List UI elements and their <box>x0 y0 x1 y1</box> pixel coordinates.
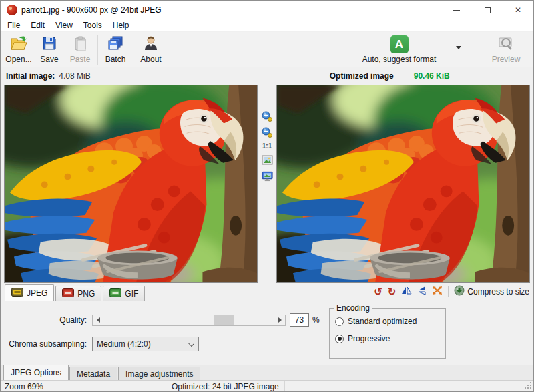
tab-gif-label: GIF <box>125 289 138 299</box>
window-title: parrot1.jpg - 900x600 px @ 24bit JPEG <box>21 5 162 15</box>
resize-icon[interactable] <box>432 286 443 297</box>
zoom-one-to-one-button[interactable]: 1:1 <box>262 142 272 150</box>
jpeg-options-panel: Quality: 73 % Chroma subsampling: Medium… <box>1 301 533 365</box>
compress-to-size-button[interactable]: Compress to size <box>454 285 529 298</box>
window-controls: ✕ <box>441 1 533 19</box>
save-floppy-icon <box>41 35 57 53</box>
compress-icon <box>454 285 465 298</box>
rotate-left-icon[interactable]: ↺ <box>374 286 382 297</box>
format-tab-bar: JPEG PNG GIF ↺ <box>1 284 533 301</box>
initial-image-size: 4.08 MiB <box>59 71 90 81</box>
chroma-subsampling-label: Chroma subsampling: <box>1 339 92 349</box>
tab-metadata-label: Metadata <box>77 369 110 379</box>
tab-image-adjustments[interactable]: Image adjustments <box>118 367 200 380</box>
resize-grip[interactable] <box>524 381 533 392</box>
toolbar-right-group: A Auto, suggest format Preview <box>356 34 529 66</box>
flip-vertical-icon[interactable] <box>417 286 427 297</box>
auto-suggest-format-button[interactable]: A Auto, suggest format <box>356 34 443 66</box>
app-window: parrot1.jpg - 900x600 px @ 24bit JPEG ✕ … <box>0 0 534 392</box>
menu-help[interactable]: Help <box>107 19 135 31</box>
progressive-label: Progressive <box>348 334 390 343</box>
close-button[interactable]: ✕ <box>503 1 533 19</box>
zoom-out-icon[interactable] <box>262 126 273 138</box>
save-label: Save <box>40 55 58 64</box>
optimized-image-size: 90.46 KiB <box>414 71 450 81</box>
about-label: About <box>140 55 161 64</box>
chroma-selected-value: Medium (4:2:0) <box>97 339 151 349</box>
encoding-legend: Encoding <box>334 303 372 313</box>
status-bar: Zoom 69% Optimized: 24 bit JPEG image <box>1 380 533 392</box>
initial-image-preview[interactable] <box>4 85 258 283</box>
gif-file-icon <box>109 288 121 299</box>
optimized-image-label: Optimized image <box>330 71 394 81</box>
optimized-image-preview[interactable] <box>276 85 530 283</box>
image-size-labels: Initial image: 4.08 MiB Optimized image … <box>1 67 533 85</box>
chroma-subsampling-select[interactable]: Medium (4:2:0) <box>92 337 199 351</box>
slider-right-arrow[interactable] <box>274 315 285 325</box>
status-spacer <box>285 381 533 392</box>
maximize-icon <box>485 7 491 13</box>
flip-horizontal-icon[interactable] <box>401 286 412 297</box>
radio-standard-optimized[interactable] <box>335 317 344 326</box>
tab-png[interactable]: PNG <box>55 286 101 301</box>
initial-image-label: Initial image: <box>6 71 55 81</box>
quality-label: Quality: <box>1 315 92 325</box>
minimize-button[interactable] <box>441 1 472 19</box>
minimize-icon <box>453 10 460 11</box>
auto-format-letter: A <box>395 38 403 51</box>
menu-view[interactable]: View <box>50 19 78 31</box>
quality-slider[interactable] <box>92 315 286 326</box>
radio-progressive[interactable] <box>335 335 344 343</box>
zoom-in-icon[interactable] <box>262 110 273 122</box>
tab-png-label: PNG <box>77 289 95 299</box>
chevron-down-icon <box>188 341 194 347</box>
tab-jpeg-label: JPEG <box>27 288 47 298</box>
paste-button[interactable]: Paste <box>65 34 95 66</box>
menu-file[interactable]: File <box>2 19 25 31</box>
slider-left-arrow[interactable] <box>93 315 103 325</box>
app-logo-icon <box>7 5 17 15</box>
rotate-right-icon[interactable]: ↻ <box>388 286 396 297</box>
tab-jpeg-options[interactable]: JPEG Options <box>3 365 69 380</box>
tab-jpeg[interactable]: JPEG <box>5 284 54 301</box>
compress-to-size-label: Compress to size <box>467 287 529 297</box>
status-zoom: Zoom 69% <box>1 381 166 392</box>
toolbar-separator <box>133 35 134 65</box>
paste-label: Paste <box>70 55 91 64</box>
save-button[interactable]: Save <box>34 34 65 66</box>
png-file-icon <box>62 288 74 299</box>
preview-label: Preview <box>492 55 521 64</box>
quality-value-input[interactable]: 73 <box>290 313 309 327</box>
preview-button[interactable]: Preview <box>483 34 529 66</box>
menu-tools[interactable]: Tools <box>78 19 107 31</box>
maximize-button[interactable] <box>472 1 503 19</box>
fit-screen-icon[interactable] <box>262 170 273 182</box>
title-bar: parrot1.jpg - 900x600 px @ 24bit JPEG ✕ <box>1 1 533 19</box>
paste-clipboard-icon <box>73 35 87 53</box>
tab-gif[interactable]: GIF <box>103 286 145 301</box>
chevron-down-icon[interactable] <box>456 46 461 49</box>
about-button[interactable]: About <box>136 34 166 66</box>
encoding-option-progressive[interactable]: Progressive <box>335 334 445 343</box>
transform-separator <box>448 286 449 297</box>
options-tab-bar: JPEG Options Metadata Image adjustments <box>1 365 533 380</box>
fit-image-icon[interactable] <box>262 154 273 166</box>
open-folder-icon <box>10 35 27 53</box>
tab-image-adjustments-label: Image adjustments <box>125 369 193 379</box>
toolbar-separator <box>97 35 98 65</box>
chroma-row: Chroma subsampling: Medium (4:2:0) <box>1 337 533 351</box>
batch-icon <box>107 35 124 53</box>
quality-slider-track[interactable] <box>103 315 274 325</box>
menu-bar: File Edit View Tools Help <box>1 19 533 32</box>
quality-slider-thumb[interactable] <box>214 315 234 325</box>
open-button[interactable]: Open... <box>3 34 34 66</box>
auto-format-icon: A <box>390 35 409 53</box>
encoding-option-standard[interactable]: Standard optimized <box>335 317 445 326</box>
tab-jpeg-options-label: JPEG Options <box>11 368 61 377</box>
close-icon: ✕ <box>515 6 521 14</box>
batch-button[interactable]: Batch <box>100 34 131 66</box>
arrow-right-icon <box>278 317 282 323</box>
menu-edit[interactable]: Edit <box>25 19 50 31</box>
tab-metadata[interactable]: Metadata <box>69 367 117 380</box>
standard-optimized-label: Standard optimized <box>348 317 417 326</box>
